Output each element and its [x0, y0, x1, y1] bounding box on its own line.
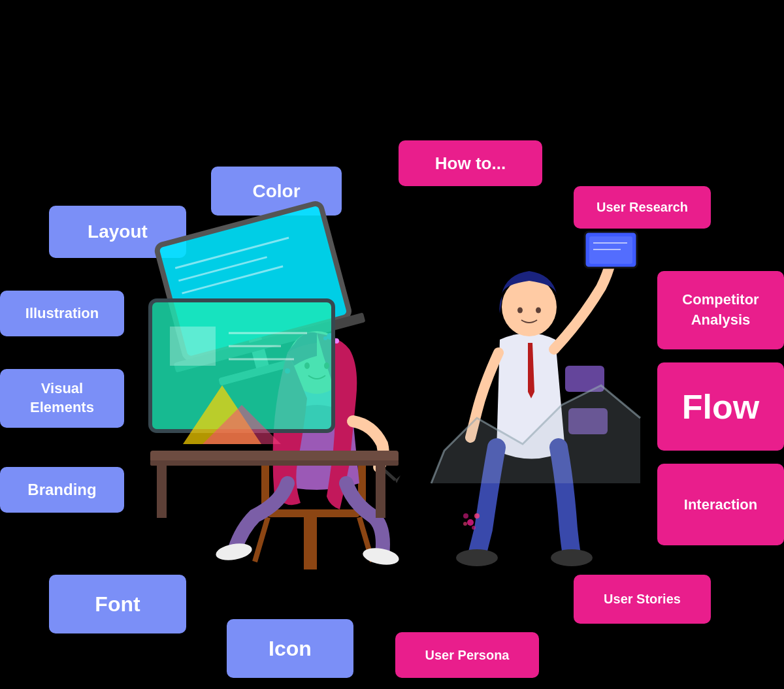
svg-point-38	[456, 549, 498, 566]
illustration-svg	[118, 170, 653, 640]
svg-point-49	[463, 513, 468, 519]
branding-tag[interactable]: Branding	[0, 467, 124, 513]
svg-point-50	[463, 522, 467, 526]
interaction-tag[interactable]: Interaction	[657, 464, 784, 545]
svg-rect-9	[304, 517, 317, 569]
svg-point-48	[474, 513, 480, 519]
svg-rect-28	[150, 460, 399, 466]
competitor-analysis-tag[interactable]: CompetitorAnalysis	[657, 271, 784, 349]
flow-tag[interactable]: Flow	[657, 362, 784, 451]
svg-point-35	[502, 278, 557, 336]
svg-rect-30	[376, 466, 385, 518]
visual-elements-tag[interactable]: VisualElements	[0, 369, 124, 428]
svg-marker-21	[395, 475, 400, 483]
svg-point-47	[467, 519, 474, 526]
svg-point-22	[214, 541, 253, 562]
illustration-tag[interactable]: Illustration	[0, 291, 124, 336]
svg-point-51	[472, 526, 476, 530]
svg-point-39	[551, 549, 593, 566]
svg-rect-29	[157, 466, 167, 518]
svg-point-37	[536, 308, 541, 313]
svg-rect-8	[268, 509, 359, 517]
svg-point-36	[517, 308, 523, 313]
